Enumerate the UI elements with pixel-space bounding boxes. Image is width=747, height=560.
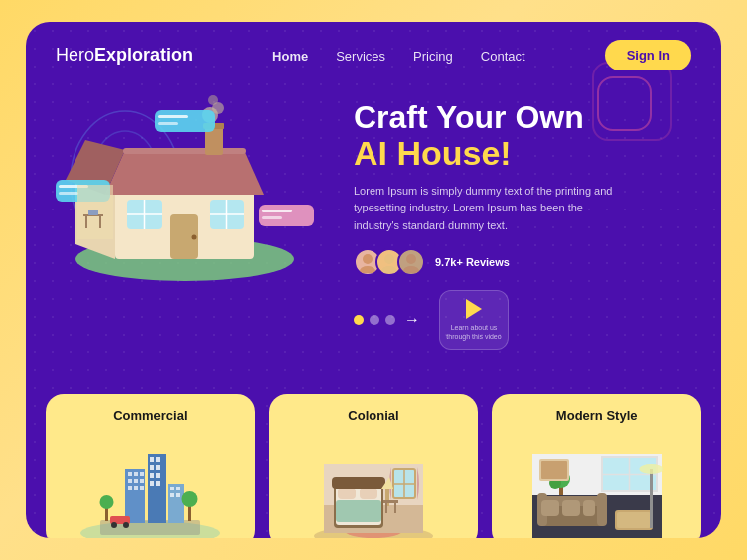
svg-point-39 [406, 254, 416, 264]
svg-rect-61 [156, 481, 160, 486]
video-button[interactable]: Learn about us through this video [439, 290, 509, 350]
logo-bold: Exploration [94, 45, 193, 65]
avatar-group [354, 248, 425, 276]
svg-point-40 [403, 266, 419, 273]
svg-rect-23 [59, 192, 78, 195]
card-commercial-image [60, 429, 241, 538]
nav-link-home[interactable]: Home [272, 49, 308, 64]
svg-point-71 [100, 495, 114, 509]
card-colonial-title: Colonial [348, 408, 398, 423]
svg-rect-107 [617, 512, 651, 528]
svg-rect-113 [650, 469, 653, 528]
pagination-dots: → [354, 309, 423, 331]
svg-rect-49 [140, 479, 144, 483]
svg-rect-24 [155, 110, 215, 132]
svg-rect-25 [158, 115, 188, 118]
svg-rect-91 [385, 503, 387, 513]
svg-rect-52 [140, 486, 144, 490]
svg-rect-43 [125, 469, 145, 523]
dot-3[interactable] [385, 315, 395, 325]
svg-rect-48 [134, 479, 138, 483]
svg-rect-60 [150, 481, 154, 486]
card-colonial-image [283, 429, 465, 538]
video-label: Learn about us through this video [440, 323, 508, 341]
svg-point-38 [381, 266, 397, 273]
svg-rect-90 [383, 500, 398, 503]
svg-rect-29 [262, 216, 282, 219]
svg-point-114 [639, 464, 663, 474]
svg-point-12 [208, 95, 218, 105]
sign-in-button[interactable]: Sign In [605, 40, 691, 70]
card-modern-image [506, 429, 687, 538]
svg-point-37 [384, 254, 394, 264]
hero-content: Craft Your Own AI House! Lorem Ipsum is … [334, 80, 691, 329]
svg-rect-104 [562, 500, 580, 516]
svg-rect-32 [85, 216, 87, 228]
nav-link-services[interactable]: Services [336, 49, 385, 64]
svg-rect-7 [123, 148, 246, 154]
svg-marker-5 [105, 150, 264, 195]
svg-rect-46 [140, 472, 144, 476]
card-commercial-title: Commercial [113, 408, 187, 423]
navbar: HeroExploration Home Services Pricing Co… [26, 22, 721, 70]
svg-rect-57 [156, 465, 160, 470]
hero-title-white: Craft Your Own [354, 100, 691, 135]
card-colonial: Colonial [269, 394, 479, 538]
svg-rect-51 [134, 486, 138, 490]
svg-rect-103 [541, 500, 559, 516]
svg-rect-50 [128, 486, 132, 490]
nav-link-contact[interactable]: Contact [481, 49, 525, 64]
main-card: HeroExploration Home Services Pricing Co… [26, 22, 721, 538]
svg-rect-105 [583, 500, 595, 516]
svg-rect-92 [394, 503, 396, 513]
hero-title-yellow: AI House! [354, 135, 691, 172]
bottom-cards: Commercial [26, 394, 721, 538]
svg-rect-81 [360, 488, 377, 499]
svg-point-35 [363, 254, 373, 264]
svg-rect-58 [150, 473, 154, 478]
hero-section: Craft Your Own AI House! Lorem Ipsum is … [26, 70, 721, 329]
avatar-3 [397, 248, 425, 276]
card-commercial: Commercial [46, 394, 255, 538]
svg-rect-44 [128, 472, 132, 476]
svg-rect-53 [148, 454, 166, 523]
svg-rect-59 [156, 473, 160, 478]
modern-illustration [518, 439, 676, 538]
svg-rect-28 [262, 210, 292, 212]
svg-rect-102 [597, 493, 607, 526]
svg-rect-66 [176, 493, 180, 497]
dot-1[interactable] [354, 315, 364, 325]
commercial-illustration [71, 439, 229, 538]
svg-rect-64 [176, 487, 180, 490]
nav-item-home[interactable]: Home [272, 47, 308, 65]
nav-link-pricing[interactable]: Pricing [413, 49, 453, 64]
svg-point-69 [123, 522, 129, 528]
hero-reviews: 9.7k+ Reviews [354, 248, 691, 276]
next-arrow[interactable]: → [401, 309, 423, 331]
svg-rect-26 [158, 122, 178, 125]
card-modern-title: Modern Style [556, 408, 638, 423]
svg-rect-56 [150, 465, 154, 470]
logo-light: Hero [56, 45, 94, 65]
svg-rect-55 [156, 457, 160, 462]
hero-description: Lorem Ipsum is simply dummy text of the … [354, 183, 622, 235]
svg-rect-27 [259, 205, 314, 226]
svg-point-17 [192, 235, 197, 240]
logo: HeroExploration [56, 45, 193, 66]
nav-item-services[interactable]: Services [336, 47, 385, 65]
nav-links: Home Services Pricing Contact [272, 47, 525, 65]
review-count: 9.7k+ Reviews [435, 256, 510, 268]
colonial-illustration [304, 439, 443, 538]
play-icon [466, 299, 482, 319]
svg-rect-83 [332, 477, 385, 489]
dot-2[interactable] [370, 315, 379, 325]
svg-rect-112 [541, 461, 567, 479]
nav-item-pricing[interactable]: Pricing [413, 47, 453, 65]
svg-rect-82 [336, 500, 381, 522]
svg-rect-65 [170, 493, 174, 497]
hero-actions: → Learn about us through this video [354, 290, 691, 350]
svg-rect-33 [99, 216, 101, 228]
svg-point-68 [111, 522, 117, 528]
svg-rect-54 [150, 457, 154, 462]
nav-item-contact[interactable]: Contact [481, 47, 525, 65]
